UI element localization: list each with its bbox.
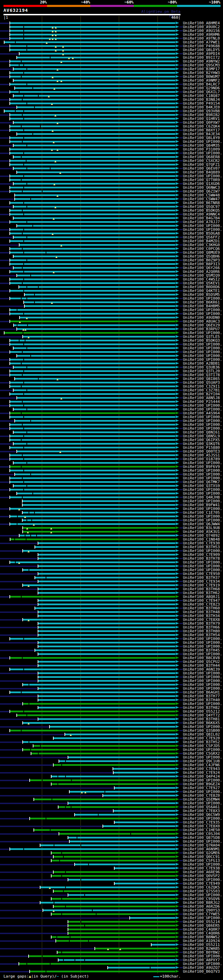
subject-overhang-left: [0, 53, 18, 54]
subject-overhang-right: [180, 692, 183, 693]
subject-overhang-right: [180, 103, 183, 104]
subject-overhang-right: [180, 776, 183, 777]
hit-bar: [14, 366, 175, 368]
subject-gap-break: [23, 187, 24, 188]
subject-overhang-right: [180, 482, 183, 482]
subject-overhang-right: [180, 700, 183, 700]
subject-gap-break: [22, 424, 22, 425]
hit-bar: [10, 416, 175, 418]
subject-overhang-left: [0, 550, 22, 552]
subject-overhang-left: [0, 650, 34, 651]
hit-arrow-icon: [176, 446, 179, 449]
hit-arrow-icon: [176, 220, 179, 223]
hit-bar: [10, 692, 175, 693]
subject-gap-break: [61, 764, 62, 766]
hit-bar: [23, 722, 175, 724]
subject-gap-break: [21, 60, 22, 62]
identity-scale-segment: [47, 5, 91, 7]
hit-bar: [17, 172, 175, 173]
subject-gap-break: [21, 596, 22, 598]
hit-arrow-icon: [176, 584, 179, 587]
hit-bar: [10, 278, 175, 280]
hit-bar: [39, 672, 175, 674]
subject-overhang-left: [0, 910, 42, 911]
subject-gap-break: [23, 72, 24, 74]
query-gap-marker-icon: [51, 34, 54, 36]
hit-bar: [10, 489, 175, 490]
subject-gap-break: [26, 183, 27, 185]
hit-bar: [10, 248, 175, 250]
hit-bar: [23, 336, 175, 337]
hit-arrow-icon: [176, 52, 179, 55]
hit-bar: [39, 627, 175, 628]
hit-arrow-icon: [176, 282, 179, 284]
subject-overhang-right: [180, 944, 183, 945]
subject-overhang-left: [0, 221, 9, 223]
hit-bar: [10, 657, 175, 659]
hit-bar: [14, 236, 175, 238]
subject-gap-break: [26, 45, 27, 47]
subject-gap-break: [23, 416, 24, 418]
hit-bar: [10, 141, 175, 143]
hit-bar: [10, 562, 175, 563]
subject-overhang-right: [180, 730, 183, 731]
subject-gap-break: [17, 309, 18, 311]
hit-bar: [39, 699, 175, 701]
subject-gap-break: [65, 760, 66, 762]
subject-overhang-right: [180, 191, 183, 192]
hit-bar: [10, 382, 175, 383]
query-gap-marker-icon: [56, 80, 59, 82]
hit-arrow-icon: [176, 293, 179, 296]
hit-arrow-icon: [176, 350, 179, 353]
hit-arrow-icon: [176, 576, 179, 579]
hit-arrow-icon: [176, 748, 179, 751]
query-gap-marker-icon: [19, 321, 21, 323]
hit-bar: [59, 833, 175, 835]
subject-gap-break: [23, 481, 24, 483]
query-id: AV632194: [3, 8, 28, 13]
hit-arrow-icon: [176, 664, 179, 667]
subject-gap-break: [23, 290, 24, 292]
subject-overhang-left: [0, 841, 69, 842]
subject-gap-break: [29, 569, 29, 571]
hit-arrow-icon: [176, 60, 179, 62]
hit-bar: [10, 152, 175, 154]
hit-bar: [22, 512, 175, 514]
subject-gap-break: [23, 202, 24, 204]
hit-arrow-icon: [176, 725, 179, 728]
query-bar: [3, 14, 180, 15]
hit-arrow-icon: [176, 676, 179, 678]
subject-overhang-right: [180, 550, 183, 551]
subject-overhang-left: [0, 199, 14, 200]
hit-bar: [10, 187, 175, 188]
hit-bar: [5, 110, 175, 112]
hit-arrow-icon: [176, 542, 179, 544]
subject-overhang-left: [0, 283, 9, 284]
subject-gap-break: [26, 431, 27, 433]
subject-gap-break: [77, 837, 77, 838]
gap-legend-label: Large gaps:: [3, 974, 29, 978]
hit-bar: [10, 454, 175, 456]
hit-bar: [39, 646, 175, 647]
hit-arrow-icon: [176, 614, 179, 617]
subject-overhang-right: [180, 715, 183, 716]
hit-arrow-icon: [176, 255, 179, 258]
subject-gap-break: [59, 860, 60, 861]
subject-gap-break: [29, 741, 29, 743]
subject-gap-break: [26, 485, 27, 487]
hit-bar: [68, 837, 175, 838]
hit-label[interactable]: UniRef100_B6Q7V3: [183, 970, 220, 974]
subject-overhang-left: [0, 879, 67, 881]
subject-gap-break: [23, 129, 24, 131]
hit-bar: [10, 370, 175, 372]
subject-overhang-right: [180, 768, 183, 769]
hit-bar: [35, 546, 175, 548]
hit-arrow-icon: [176, 25, 179, 28]
hit-arrow-icon: [176, 132, 179, 135]
subject-gap-break: [22, 99, 22, 100]
subject-gap-break: [22, 401, 22, 402]
subject-overhang-right: [180, 153, 183, 154]
subject-overhang-left: [0, 611, 37, 613]
subject-gap-break: [80, 921, 81, 923]
subject-gap-break: [42, 191, 43, 192]
